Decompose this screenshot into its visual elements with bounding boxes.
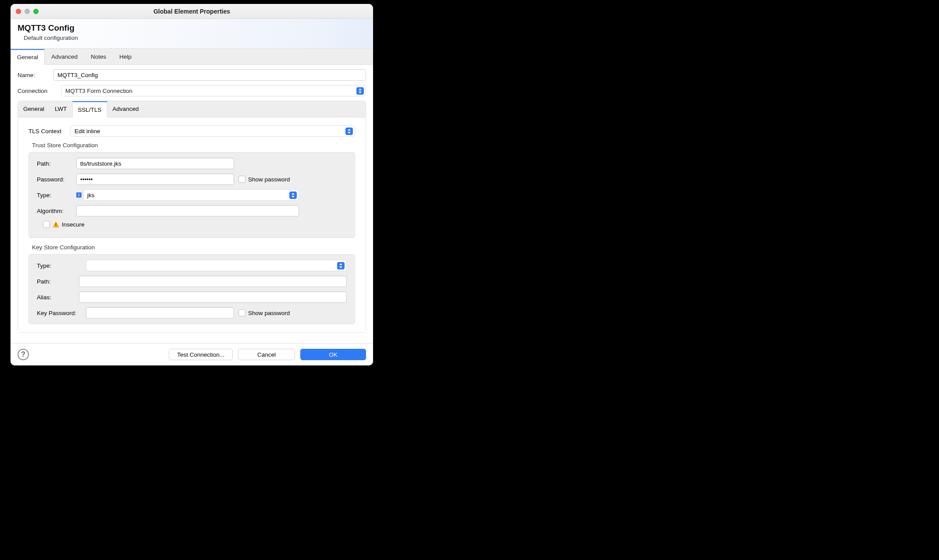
- key-password-input[interactable]: [86, 307, 234, 319]
- connection-select-value: MQTT3 Form Connection: [65, 88, 132, 94]
- inner-tab-advanced[interactable]: Advanced: [107, 101, 144, 117]
- inner-tab-bar: General LWT SSL/TLS Advanced: [18, 101, 366, 117]
- header-subtitle: Default configuration: [24, 35, 366, 41]
- trust-password-row: Password: Show password: [37, 174, 347, 185]
- trust-type-row: Type: i jks: [37, 189, 347, 201]
- help-button[interactable]: ?: [18, 349, 29, 360]
- top-tab-advanced[interactable]: Advanced: [45, 49, 84, 64]
- window-title: Global Element Properties: [11, 8, 373, 15]
- inner-tab-lwt[interactable]: LWT: [50, 101, 72, 117]
- key-path-row: Path:: [37, 276, 347, 287]
- tls-context-select-value: Edit inline: [75, 128, 100, 135]
- svg-rect-1: [56, 226, 57, 227]
- trust-show-password-checkbox[interactable]: [238, 176, 245, 183]
- chevron-updown-icon: [289, 191, 297, 199]
- name-label: Name:: [18, 72, 53, 78]
- trust-path-row: Path:: [37, 158, 347, 169]
- trust-path-label: Path:: [37, 160, 76, 167]
- key-type-select[interactable]: [86, 260, 347, 271]
- connection-select[interactable]: MQTT3 Form Connection: [61, 85, 366, 96]
- name-input[interactable]: [53, 69, 366, 81]
- key-password-row: Key Password: Show password: [37, 307, 347, 319]
- top-tab-notes[interactable]: Notes: [84, 49, 113, 64]
- titlebar: Global Element Properties: [11, 4, 373, 19]
- trust-show-password-label: Show password: [248, 176, 290, 183]
- trust-algorithm-row: Algorithm:: [37, 205, 347, 216]
- tls-context-label: TLS Context: [28, 128, 71, 135]
- connection-panel: General LWT SSL/TLS Advanced TLS Context…: [18, 101, 366, 333]
- cancel-button[interactable]: Cancel: [238, 349, 295, 360]
- body: Name: Connection MQTT3 Form Connection G…: [11, 65, 373, 343]
- trust-type-select-value: jks: [87, 192, 95, 198]
- key-store-title: Key Store Configuration: [28, 244, 355, 254]
- tls-context-row: TLS Context Edit inline: [28, 125, 355, 137]
- info-icon: i: [76, 192, 82, 198]
- trust-insecure-label: Insecure: [62, 221, 85, 228]
- trust-insecure-checkbox[interactable]: [43, 221, 50, 228]
- key-store-group: Key Store Configuration Type:: [28, 244, 355, 324]
- chevron-updown-icon: [356, 87, 364, 95]
- trust-store-title: Trust Store Configuration: [28, 142, 355, 152]
- top-tab-help[interactable]: Help: [113, 49, 138, 64]
- warning-icon: [53, 221, 59, 227]
- trust-type-select[interactable]: jks: [83, 189, 299, 201]
- dialog-window: Global Element Properties MQTT3 Config D…: [11, 4, 373, 365]
- key-alias-row: Alias:: [37, 291, 347, 303]
- header-title: MQTT3 Config: [18, 23, 366, 33]
- header: MQTT3 Config Default configuration: [11, 19, 373, 48]
- tls-context-select[interactable]: Edit inline: [71, 125, 355, 137]
- name-row: Name:: [18, 69, 366, 81]
- test-connection-button[interactable]: Test Connection...: [169, 349, 233, 360]
- chevron-updown-icon: [337, 262, 345, 269]
- connection-label: Connection: [18, 88, 61, 94]
- ok-button[interactable]: OK: [300, 349, 366, 360]
- key-show-password-label: Show password: [248, 310, 290, 316]
- connection-row: Connection MQTT3 Form Connection: [18, 85, 366, 96]
- trust-algorithm-input[interactable]: [76, 205, 299, 216]
- footer: ? Test Connection... Cancel OK: [11, 343, 373, 365]
- trust-algorithm-label: Algorithm:: [37, 208, 76, 214]
- ssl-tls-panel: TLS Context Edit inline Trust Store Conf…: [18, 117, 366, 332]
- chevron-updown-icon: [345, 128, 353, 135]
- key-password-label: Key Password:: [37, 310, 86, 316]
- trust-password-input[interactable]: [76, 174, 234, 185]
- trust-insecure-row: Insecure: [43, 221, 347, 228]
- inner-tab-general[interactable]: General: [18, 101, 50, 117]
- svg-rect-0: [56, 223, 57, 225]
- top-tab-bar: General Advanced Notes Help: [11, 48, 373, 65]
- key-path-label: Path:: [37, 278, 79, 285]
- key-path-input[interactable]: [79, 276, 347, 287]
- trust-path-input[interactable]: [76, 158, 234, 169]
- trust-password-label: Password:: [37, 176, 76, 183]
- key-alias-input[interactable]: [79, 291, 347, 303]
- inner-tab-ssl-tls[interactable]: SSL/TLS: [72, 101, 107, 117]
- key-type-row: Type:: [37, 260, 347, 271]
- top-tab-general[interactable]: General: [11, 49, 45, 65]
- trust-store-group: Trust Store Configuration Path: Password…: [28, 142, 355, 238]
- trust-type-label: Type:: [37, 192, 76, 198]
- key-show-password-checkbox[interactable]: [238, 309, 245, 316]
- key-type-label: Type:: [37, 262, 86, 269]
- key-alias-label: Alias:: [37, 294, 79, 301]
